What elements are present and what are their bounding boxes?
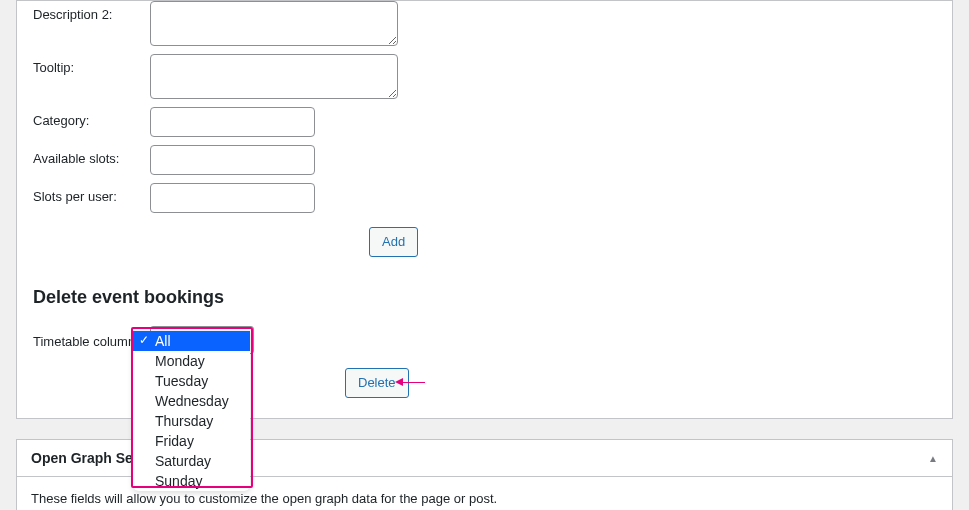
label-category: Category:	[33, 107, 150, 128]
tooltip-textarea[interactable]	[150, 54, 398, 99]
row-tooltip: Tooltip:	[33, 54, 936, 99]
dropdown-option[interactable]: Thursday	[133, 411, 250, 431]
add-button-row: Add	[33, 227, 936, 257]
row-available-slots: Available slots:	[33, 145, 936, 175]
category-input[interactable]	[150, 107, 315, 137]
available-slots-input[interactable]	[150, 145, 315, 175]
dropdown-option[interactable]: Monday	[133, 351, 250, 371]
slots-per-user-input[interactable]	[150, 183, 315, 213]
label-description2: Description 2:	[33, 1, 150, 22]
arrow-line	[403, 382, 425, 383]
dropdown-option[interactable]: Sunday	[133, 471, 250, 491]
label-tooltip: Tooltip:	[33, 54, 150, 75]
label-slots-per-user: Slots per user:	[33, 183, 150, 204]
row-category: Category:	[33, 107, 936, 137]
add-button[interactable]: Add	[369, 227, 418, 257]
dropdown-option[interactable]: Wednesday	[133, 391, 250, 411]
dropdown-option[interactable]: All	[133, 331, 250, 351]
description2-textarea[interactable]	[150, 1, 398, 46]
label-available-slots: Available slots:	[33, 145, 150, 166]
dropdown-option[interactable]: Saturday	[133, 451, 250, 471]
arrow-head-icon	[395, 378, 403, 386]
row-description2: Description 2:	[33, 1, 936, 46]
dropdown-option[interactable]: Friday	[133, 431, 250, 451]
row-slots-per-user: Slots per user:	[33, 183, 936, 213]
delete-bookings-heading: Delete event bookings	[33, 287, 936, 308]
collapse-icon: ▲	[928, 453, 938, 464]
timetable-column-dropdown[interactable]: AllMondayTuesdayWednesdayThursdayFridayS…	[133, 331, 250, 491]
dropdown-option[interactable]: Tuesday	[133, 371, 250, 391]
annotation-arrow	[395, 378, 425, 386]
